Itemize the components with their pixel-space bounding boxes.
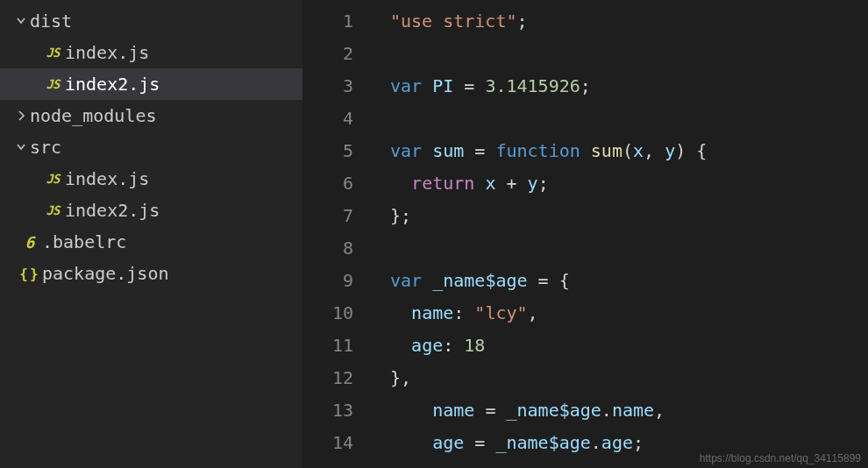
line-number: 4 [302,103,373,135]
chevron-down-icon[interactable] [12,14,30,28]
file-index.js[interactable]: JSindex.js [0,163,302,195]
file-index2.js[interactable]: JSindex2.js [0,68,302,100]
token-num: 3.1415926 [485,75,580,96]
token-var: age [601,432,633,453]
token-op [528,270,538,291]
token-var: _name$age [506,400,601,421]
token-kw: var [390,270,422,291]
code-line[interactable] [390,103,868,135]
code-line[interactable]: var PI = 3.1415926; [390,70,868,103]
code-content[interactable]: "use strict"; var PI = 3.1415926; var su… [373,0,868,468]
token-pun: , [644,140,654,161]
token-pun: }, [390,367,411,388]
tree-item-label: .babelrc [42,231,126,252]
token-op [474,173,485,194]
token-num: 18 [464,335,485,356]
tree-item-label: index2.js [65,200,160,221]
token-op [464,140,474,161]
token-op [422,270,432,291]
chevron-right-icon[interactable] [12,109,30,123]
token-guide [390,302,411,323]
folder-src[interactable]: src [0,131,302,163]
token-kw: var [390,140,422,161]
line-number: 13 [302,394,373,427]
tree-item-label: dist [30,11,72,32]
token-kw2: return [411,173,474,194]
token-pun: : [453,302,464,323]
token-op [453,335,464,356]
code-line[interactable]: }; [390,200,868,232]
token-var: x [485,173,495,194]
code-line[interactable]: var sum = function sum(x, y) { [390,135,868,167]
token-pun: ( [623,140,633,161]
token-var: name [432,400,474,421]
token-var: name [612,400,654,421]
babel-icon: 6 [18,233,42,252]
code-line[interactable]: age: 18 [390,330,868,362]
folder-node_modules[interactable]: node_modules [0,100,302,131]
code-line[interactable]: var _name$age = { [390,265,868,297]
token-pun: { [696,140,707,161]
token-pun: = [464,75,474,96]
file-index2.js[interactable]: JSindex2.js [0,195,302,226]
token-op [422,140,432,161]
token-str: "lcy" [474,302,527,323]
file-explorer: distJSindex.jsJSindex2.jsnode_modulessrc… [0,0,302,468]
code-line[interactable]: }, [390,362,868,394]
token-op [464,432,474,453]
token-var: y [665,140,675,161]
tree-item-label: src [30,137,61,158]
token-var: _name$age [432,270,527,291]
token-pun: = [474,432,485,453]
code-line[interactable]: return x + y; [390,167,868,200]
token-pun: . [601,400,612,421]
line-number: 5 [302,135,373,167]
token-op [580,140,591,161]
tree-item-label: node_modules [30,105,157,126]
token-pun: , [528,302,538,323]
token-pun: = [485,400,495,421]
token-pun: ; [538,173,549,194]
token-op [549,270,559,291]
token-kw: function [495,140,580,161]
line-number: 1 [302,5,373,38]
line-number: 9 [302,265,373,297]
line-number: 6 [302,167,373,200]
token-fn: sum [591,140,623,161]
tree-item-label: index2.js [65,74,160,95]
token-op [422,75,432,96]
token-op [495,400,506,421]
code-line[interactable] [390,232,868,265]
token-str: "use strict" [390,11,517,32]
token-op [485,140,495,161]
token-prop: name [411,302,453,323]
line-number: 10 [302,297,373,330]
code-line[interactable]: name = _name$age.name, [390,394,868,427]
line-number-gutter: 1234567891011121314 [302,0,373,468]
folder-dist[interactable]: dist [0,5,302,37]
js-icon: JS [40,203,65,217]
file-.babelrc[interactable]: 6.babelrc [0,226,302,258]
token-var: _name$age [495,432,590,453]
code-line[interactable]: name: "lcy", [390,297,868,330]
js-icon: JS [40,172,65,186]
token-var: x [633,140,644,161]
file-package.json[interactable]: {}package.json [0,258,302,289]
line-number: 3 [302,70,373,103]
file-index.js[interactable]: JSindex.js [0,37,302,68]
tree-item-label: package.json [42,263,169,284]
tree-item-label: index.js [65,168,149,189]
token-pun: ) [675,140,686,161]
token-guide [390,432,432,453]
token-pun: = [474,140,485,161]
code-line[interactable]: "use strict"; [390,5,868,38]
line-number: 11 [302,330,373,362]
token-pun: }; [390,205,411,226]
line-number: 12 [302,362,373,394]
code-line[interactable] [390,38,868,70]
token-op [474,75,485,96]
chevron-down-icon[interactable] [12,140,30,154]
js-icon: JS [40,77,65,91]
token-var: y [528,173,538,194]
token-guide [390,173,411,194]
